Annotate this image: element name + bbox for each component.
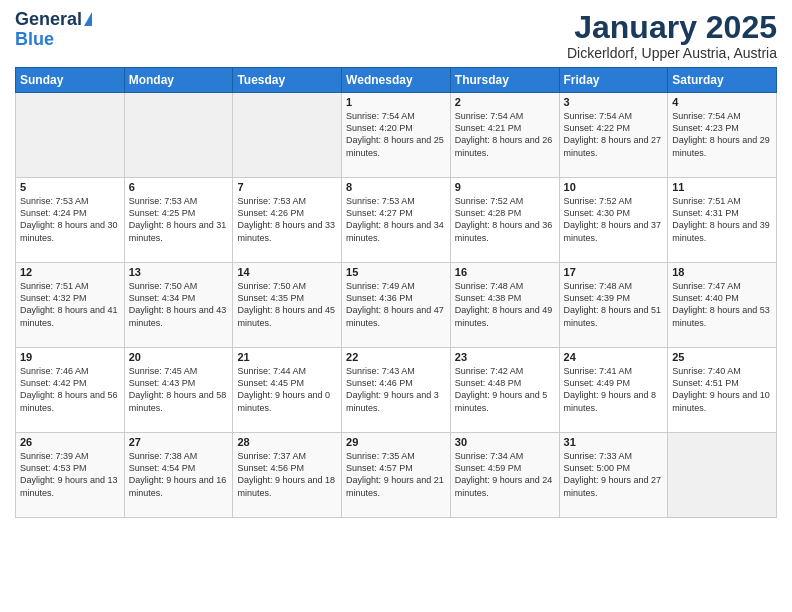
day-number: 5 [20,181,120,193]
day-info: Sunrise: 7:53 AM Sunset: 4:24 PM Dayligh… [20,195,120,244]
day-info: Sunrise: 7:51 AM Sunset: 4:32 PM Dayligh… [20,280,120,329]
day-number: 14 [237,266,337,278]
day-cell-0-6: 4Sunrise: 7:54 AM Sunset: 4:23 PM Daylig… [668,93,777,178]
day-cell-3-5: 24Sunrise: 7:41 AM Sunset: 4:49 PM Dayli… [559,348,668,433]
week-row-5: 26Sunrise: 7:39 AM Sunset: 4:53 PM Dayli… [16,433,777,518]
day-cell-3-1: 20Sunrise: 7:45 AM Sunset: 4:43 PM Dayli… [124,348,233,433]
day-number: 11 [672,181,772,193]
day-number: 22 [346,351,446,363]
month-title: January 2025 [567,10,777,45]
day-info: Sunrise: 7:40 AM Sunset: 4:51 PM Dayligh… [672,365,772,414]
day-cell-3-3: 22Sunrise: 7:43 AM Sunset: 4:46 PM Dayli… [342,348,451,433]
day-number: 10 [564,181,664,193]
day-cell-0-1 [124,93,233,178]
subtitle: Dickerldorf, Upper Austria, Austria [567,45,777,61]
day-number: 17 [564,266,664,278]
week-row-4: 19Sunrise: 7:46 AM Sunset: 4:42 PM Dayli… [16,348,777,433]
col-sunday: Sunday [16,68,125,93]
day-cell-0-0 [16,93,125,178]
day-cell-2-1: 13Sunrise: 7:50 AM Sunset: 4:34 PM Dayli… [124,263,233,348]
day-cell-3-0: 19Sunrise: 7:46 AM Sunset: 4:42 PM Dayli… [16,348,125,433]
col-thursday: Thursday [450,68,559,93]
week-row-1: 1Sunrise: 7:54 AM Sunset: 4:20 PM Daylig… [16,93,777,178]
day-info: Sunrise: 7:53 AM Sunset: 4:25 PM Dayligh… [129,195,229,244]
day-number: 2 [455,96,555,108]
day-number: 28 [237,436,337,448]
day-info: Sunrise: 7:48 AM Sunset: 4:39 PM Dayligh… [564,280,664,329]
day-info: Sunrise: 7:41 AM Sunset: 4:49 PM Dayligh… [564,365,664,414]
col-tuesday: Tuesday [233,68,342,93]
day-number: 1 [346,96,446,108]
page-container: General Blue January 2025 Dickerldorf, U… [0,0,792,528]
day-number: 13 [129,266,229,278]
day-number: 21 [237,351,337,363]
day-info: Sunrise: 7:54 AM Sunset: 4:20 PM Dayligh… [346,110,446,159]
day-cell-4-2: 28Sunrise: 7:37 AM Sunset: 4:56 PM Dayli… [233,433,342,518]
week-row-2: 5Sunrise: 7:53 AM Sunset: 4:24 PM Daylig… [16,178,777,263]
day-info: Sunrise: 7:43 AM Sunset: 4:46 PM Dayligh… [346,365,446,414]
day-cell-2-0: 12Sunrise: 7:51 AM Sunset: 4:32 PM Dayli… [16,263,125,348]
day-info: Sunrise: 7:51 AM Sunset: 4:31 PM Dayligh… [672,195,772,244]
day-cell-1-6: 11Sunrise: 7:51 AM Sunset: 4:31 PM Dayli… [668,178,777,263]
day-cell-0-3: 1Sunrise: 7:54 AM Sunset: 4:20 PM Daylig… [342,93,451,178]
day-info: Sunrise: 7:52 AM Sunset: 4:30 PM Dayligh… [564,195,664,244]
day-cell-0-5: 3Sunrise: 7:54 AM Sunset: 4:22 PM Daylig… [559,93,668,178]
day-cell-1-0: 5Sunrise: 7:53 AM Sunset: 4:24 PM Daylig… [16,178,125,263]
day-number: 18 [672,266,772,278]
day-info: Sunrise: 7:35 AM Sunset: 4:57 PM Dayligh… [346,450,446,499]
day-cell-4-6 [668,433,777,518]
logo-icon [84,12,92,26]
day-info: Sunrise: 7:44 AM Sunset: 4:45 PM Dayligh… [237,365,337,414]
day-number: 15 [346,266,446,278]
day-cell-0-4: 2Sunrise: 7:54 AM Sunset: 4:21 PM Daylig… [450,93,559,178]
day-number: 20 [129,351,229,363]
day-cell-1-4: 9Sunrise: 7:52 AM Sunset: 4:28 PM Daylig… [450,178,559,263]
day-number: 31 [564,436,664,448]
day-cell-4-5: 31Sunrise: 7:33 AM Sunset: 5:00 PM Dayli… [559,433,668,518]
day-info: Sunrise: 7:54 AM Sunset: 4:21 PM Dayligh… [455,110,555,159]
day-number: 19 [20,351,120,363]
day-cell-4-4: 30Sunrise: 7:34 AM Sunset: 4:59 PM Dayli… [450,433,559,518]
day-cell-2-2: 14Sunrise: 7:50 AM Sunset: 4:35 PM Dayli… [233,263,342,348]
logo-general-text: General [15,10,82,30]
day-number: 16 [455,266,555,278]
logo-blue-text: Blue [15,30,54,50]
day-info: Sunrise: 7:52 AM Sunset: 4:28 PM Dayligh… [455,195,555,244]
col-monday: Monday [124,68,233,93]
day-info: Sunrise: 7:50 AM Sunset: 4:34 PM Dayligh… [129,280,229,329]
day-cell-4-0: 26Sunrise: 7:39 AM Sunset: 4:53 PM Dayli… [16,433,125,518]
day-cell-2-5: 17Sunrise: 7:48 AM Sunset: 4:39 PM Dayli… [559,263,668,348]
day-cell-4-1: 27Sunrise: 7:38 AM Sunset: 4:54 PM Dayli… [124,433,233,518]
title-block: January 2025 Dickerldorf, Upper Austria,… [567,10,777,61]
day-number: 9 [455,181,555,193]
day-cell-1-2: 7Sunrise: 7:53 AM Sunset: 4:26 PM Daylig… [233,178,342,263]
day-cell-1-5: 10Sunrise: 7:52 AM Sunset: 4:30 PM Dayli… [559,178,668,263]
day-number: 25 [672,351,772,363]
day-cell-3-4: 23Sunrise: 7:42 AM Sunset: 4:48 PM Dayli… [450,348,559,433]
day-number: 24 [564,351,664,363]
day-info: Sunrise: 7:48 AM Sunset: 4:38 PM Dayligh… [455,280,555,329]
day-number: 3 [564,96,664,108]
day-info: Sunrise: 7:53 AM Sunset: 4:26 PM Dayligh… [237,195,337,244]
day-info: Sunrise: 7:34 AM Sunset: 4:59 PM Dayligh… [455,450,555,499]
day-cell-1-3: 8Sunrise: 7:53 AM Sunset: 4:27 PM Daylig… [342,178,451,263]
logo: General Blue [15,10,92,50]
day-info: Sunrise: 7:39 AM Sunset: 4:53 PM Dayligh… [20,450,120,499]
day-number: 30 [455,436,555,448]
day-number: 12 [20,266,120,278]
day-cell-0-2 [233,93,342,178]
calendar-table: Sunday Monday Tuesday Wednesday Thursday… [15,67,777,518]
day-info: Sunrise: 7:37 AM Sunset: 4:56 PM Dayligh… [237,450,337,499]
day-number: 6 [129,181,229,193]
day-info: Sunrise: 7:49 AM Sunset: 4:36 PM Dayligh… [346,280,446,329]
day-number: 29 [346,436,446,448]
day-cell-2-4: 16Sunrise: 7:48 AM Sunset: 4:38 PM Dayli… [450,263,559,348]
day-info: Sunrise: 7:53 AM Sunset: 4:27 PM Dayligh… [346,195,446,244]
day-info: Sunrise: 7:42 AM Sunset: 4:48 PM Dayligh… [455,365,555,414]
day-cell-2-3: 15Sunrise: 7:49 AM Sunset: 4:36 PM Dayli… [342,263,451,348]
day-info: Sunrise: 7:33 AM Sunset: 5:00 PM Dayligh… [564,450,664,499]
day-cell-4-3: 29Sunrise: 7:35 AM Sunset: 4:57 PM Dayli… [342,433,451,518]
day-cell-3-6: 25Sunrise: 7:40 AM Sunset: 4:51 PM Dayli… [668,348,777,433]
day-number: 4 [672,96,772,108]
day-info: Sunrise: 7:54 AM Sunset: 4:22 PM Dayligh… [564,110,664,159]
